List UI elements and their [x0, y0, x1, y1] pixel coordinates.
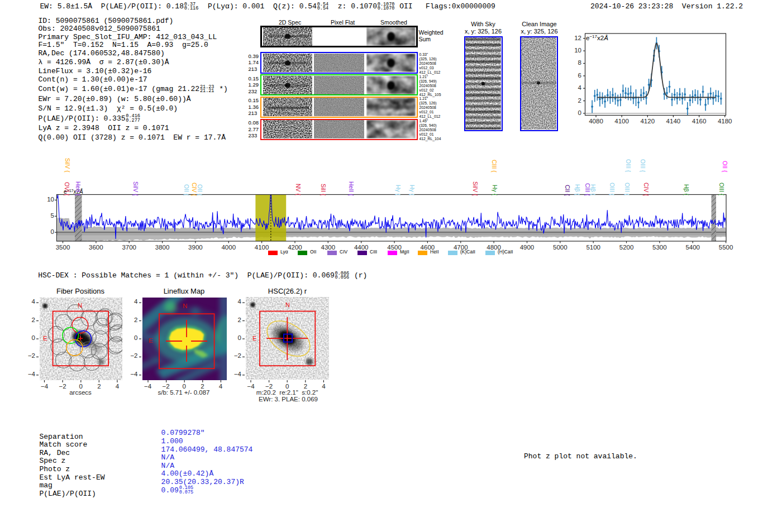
- svg-text:E: E: [43, 335, 47, 342]
- svg-text:N: N: [78, 302, 82, 309]
- svg-text:E: E: [252, 335, 256, 342]
- svg-text:N: N: [285, 301, 290, 308]
- svg-text:E: E: [149, 337, 153, 344]
- svg-text:N: N: [183, 303, 187, 309]
